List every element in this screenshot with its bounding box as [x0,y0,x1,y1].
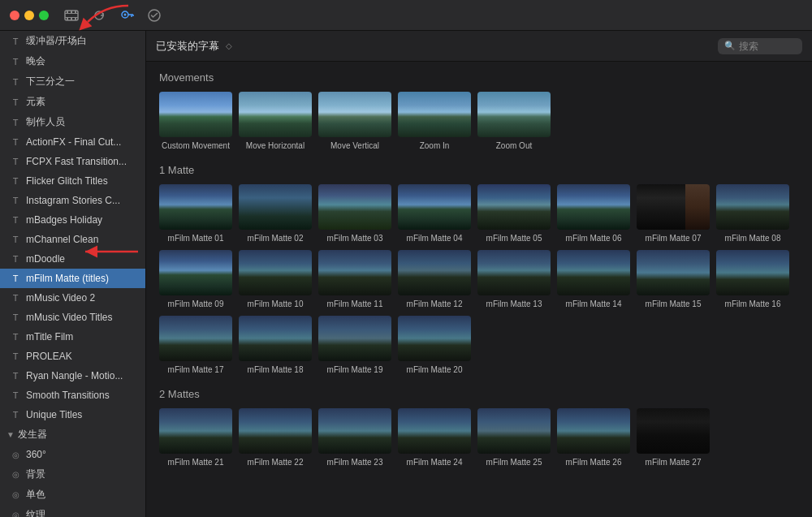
grid-item-move-horizontal[interactable]: Move Horizontal [239,92,312,151]
sidebar-item-flicker[interactable]: T Flicker Glitch Titles [0,171,145,191]
svg-rect-6 [67,17,68,20]
sidebar-item-smooth[interactable]: T Smooth Transitions [0,386,145,405]
grid-item-mfilm-07[interactable]: mFilm Matte 07 [637,184,710,243]
grid-item-mfilm-25[interactable]: mFilm Matte 25 [477,408,551,467]
grid-item-mfilm-02[interactable]: mFilm Matte 02 [239,184,312,243]
grid-item-zoom-out[interactable]: Zoom Out [477,92,551,151]
grid-item-mfilm-12[interactable]: mFilm Matte 12 [398,250,471,309]
grid-item-mfilm-17[interactable]: mFilm Matte 17 [159,316,232,375]
sidebar-item-party[interactable]: T 晚会 [0,51,145,71]
sidebar-item-mdoodle[interactable]: T mDoodle [0,249,145,269]
sidebar-item-mfilm[interactable]: T mFilm Matte (titles) [0,269,145,288]
grid-item-mfilm-24[interactable]: mFilm Matte 24 [398,408,471,467]
sidebar-item-label: Unique Titles [26,409,139,420]
item-label: mFilm Matte 12 [407,299,463,309]
sidebar-item-label: 元素 [26,95,139,109]
grid-item-mfilm-05[interactable]: mFilm Matte 05 [477,184,551,243]
grid-item-mfilm-13[interactable]: mFilm Matte 13 [477,250,551,309]
grid-item-mfilm-21[interactable]: mFilm Matte 21 [159,408,232,467]
sidebar-item-label: PROLEAK [26,351,139,362]
grid-item-mfilm-19[interactable]: mFilm Matte 19 [318,316,391,375]
close-button[interactable] [10,11,19,20]
generator-icon: ◎ [10,489,21,501]
sidebar-item-360[interactable]: ◎ 360° [0,445,145,464]
sidebar-item-mmusic2[interactable]: T mMusic Video 2 [0,288,145,308]
movements-title: Movements [159,71,799,84]
thumbnail [239,184,312,230]
thumbnail [398,250,471,295]
item-label: mFilm Matte 09 [168,299,224,309]
grid-item-mfilm-23[interactable]: mFilm Matte 23 [318,408,391,467]
grid-item-mfilm-27[interactable]: mFilm Matte 27 [637,408,710,467]
sidebar-item-elements[interactable]: T 元素 [0,92,145,112]
film-icon[interactable] [62,6,81,25]
grid-item-mfilm-01[interactable]: mFilm Matte 01 [159,184,232,243]
sidebar-item-label: mMusic Video Titles [26,312,139,323]
sidebar-item-label: mBadges Holiday [26,214,139,226]
thumbnail [239,250,312,295]
grid-item-mfilm-11[interactable]: mFilm Matte 11 [318,250,391,309]
item-label: mFilm Matte 05 [486,233,542,243]
item-label: mFilm Matte 13 [486,299,542,309]
grid-item-mfilm-22[interactable]: mFilm Matte 22 [239,408,312,467]
sidebar-item-mchannel[interactable]: T mChannel Clean [0,230,145,249]
grid-item-mfilm-18[interactable]: mFilm Matte 18 [239,316,312,375]
fullscreen-button[interactable] [39,11,49,20]
sidebar-item-proleak[interactable]: T PROLEAK [0,347,145,366]
title-icon: T [10,292,21,304]
sidebar-item-mmusic-titles[interactable]: T mMusic Video Titles [0,308,145,327]
sync-icon[interactable] [89,6,109,25]
check-icon[interactable] [145,6,164,25]
sidebar-item-actionfx[interactable]: T ActionFX - Final Cut... [0,132,145,152]
grid-item-mfilm-09[interactable]: mFilm Matte 09 [159,250,232,309]
grid-item-mfilm-03[interactable]: mFilm Matte 03 [318,184,391,243]
sidebar-item-buffer[interactable]: T 缓冲器/开场白 [0,31,145,51]
grid-item-mfilm-14[interactable]: mFilm Matte 14 [557,250,630,309]
title-icon: T [10,370,21,381]
search-bar: 🔍 [718,38,802,54]
title-icon: T [10,76,21,88]
chevron-icon: ▼ [6,430,15,439]
sidebar-item-label: Instagram Stories C... [26,195,139,206]
thumbnail [318,184,391,230]
grid-item-mfilm-15[interactable]: mFilm Matte 15 [637,250,710,309]
svg-rect-4 [71,11,72,13]
sidebar-item-instagram[interactable]: T Instagram Stories C... [0,191,145,210]
title-icon: T [10,273,21,284]
grid-item-move-vertical[interactable]: Move Vertical [318,92,391,151]
sidebar-item-fcpx[interactable]: T FCPX Fast Transition... [0,152,145,171]
grid-item-mfilm-10[interactable]: mFilm Matte 10 [239,250,312,309]
svg-rect-7 [71,17,72,20]
grid-item-mfilm-26[interactable]: mFilm Matte 26 [557,408,630,467]
grid-item-mfilm-04[interactable]: mFilm Matte 04 [398,184,471,243]
installed-label[interactable]: 已安装的字幕 [156,39,219,54]
title-icon: T [10,253,21,265]
sidebar-item-ryan[interactable]: T Ryan Nangle - Motio... [0,366,145,386]
grid-item-mfilm-08[interactable]: mFilm Matte 08 [716,184,789,243]
item-label: Custom Movement [162,140,230,151]
sidebar-item-label: 单色 [26,488,139,502]
grid-item-mfilm-16[interactable]: mFilm Matte 16 [716,250,789,309]
key-icon[interactable] [117,6,136,25]
search-input[interactable] [739,41,796,52]
dropdown-chevron-icon[interactable]: ◇ [226,41,232,50]
sidebar-item-credits[interactable]: T 制作人员 [0,112,145,132]
sidebar-item-mbadges[interactable]: T mBadges Holiday [0,210,145,230]
minimize-button[interactable] [24,11,34,20]
grid-item-mfilm-20[interactable]: mFilm Matte 20 [398,316,471,375]
grid-item-mfilm-06[interactable]: mFilm Matte 06 [557,184,630,243]
grid-item-custom-movement[interactable]: Custom Movement [159,92,232,151]
matte1-section: 1 Matte mFilm Matte 01 mFilm Matte 02 [159,164,799,375]
sidebar-item-texture[interactable]: ◎ 纹理 [0,505,145,517]
generator-section-header[interactable]: ▼ 发生器 [0,424,145,445]
sidebar-item-label: Ryan Nangle - Motio... [26,370,139,381]
sidebar-item-unique[interactable]: T Unique Titles [0,405,145,424]
matte1-title: 1 Matte [159,164,799,176]
sidebar-item-background[interactable]: ◎ 背景 [0,464,145,485]
grid-item-zoom-in[interactable]: Zoom In [398,92,471,151]
sidebar-item-solid[interactable]: ◎ 单色 [0,485,145,505]
sidebar-item-lower-third[interactable]: T 下三分之一 [0,71,145,92]
thumbnail [477,408,551,454]
content-scroll[interactable]: Movements Custom Movement Move Horizonta… [146,62,812,517]
sidebar-item-mtitle[interactable]: T mTitle Film [0,327,145,347]
